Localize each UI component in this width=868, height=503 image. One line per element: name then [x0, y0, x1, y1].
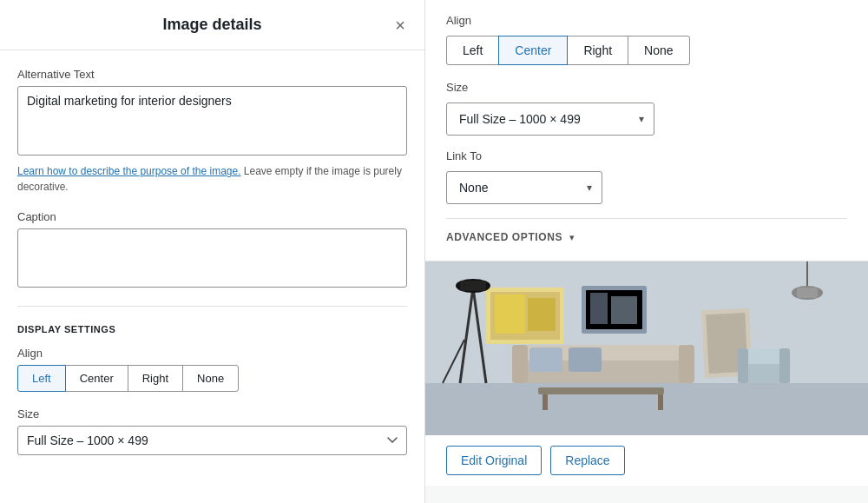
divider: [446, 218, 847, 219]
left-content: Alternative Text Digital marketing for i…: [0, 50, 424, 503]
svg-rect-5: [528, 298, 556, 331]
left-align-buttons: Left Center Right None: [17, 365, 407, 392]
right-size-select[interactable]: Full Size – 1000 × 499 Large Medium Thum…: [446, 103, 654, 136]
svg-rect-8: [590, 293, 608, 324]
svg-rect-24: [542, 394, 548, 410]
edit-original-button[interactable]: Edit Original: [446, 446, 542, 475]
modal-title: Image details: [162, 16, 261, 34]
advanced-chevron-icon: ▾: [569, 232, 575, 243]
alt-text-label: Alternative Text: [17, 68, 407, 81]
right-align-left-button[interactable]: Left: [446, 36, 499, 65]
advanced-options-row[interactable]: ADVANCED OPTIONS ▾: [446, 231, 847, 247]
svg-rect-28: [738, 348, 748, 383]
align-center-button[interactable]: Center: [65, 365, 128, 392]
right-panel: Align Left Center Right None Size Full S…: [425, 0, 868, 503]
alt-text-helper: Learn how to describe the purpose of the…: [17, 163, 407, 195]
left-size-wrapper: Full Size – 1000 × 499 Large Medium Thum…: [17, 426, 407, 455]
align-left-button[interactable]: Left: [17, 365, 66, 392]
right-size-label: Size: [446, 81, 847, 94]
right-align-label: Align: [446, 14, 847, 27]
caption-group: Caption: [17, 210, 407, 290]
right-top-section: Align Left Center Right None Size Full S…: [425, 0, 868, 261]
advanced-options-label: ADVANCED OPTIONS: [446, 231, 562, 243]
svg-rect-19: [512, 345, 528, 383]
svg-rect-20: [679, 345, 694, 383]
room-image: [425, 261, 868, 435]
replace-button[interactable]: Replace: [550, 446, 624, 475]
display-settings-section: DISPLAY SETTINGS Align Left Center Right…: [17, 306, 407, 455]
svg-rect-29: [779, 348, 790, 383]
left-align-group: Align Left Center Right None: [17, 347, 407, 392]
display-settings-heading: DISPLAY SETTINGS: [17, 324, 407, 334]
svg-rect-4: [495, 295, 525, 334]
svg-rect-9: [611, 296, 637, 324]
right-size-group: Size Full Size – 1000 × 499 Large Medium…: [446, 81, 847, 136]
image-preview-section: Edit Original Replace: [425, 261, 868, 486]
svg-rect-22: [569, 347, 602, 372]
room-svg: [425, 261, 868, 435]
alt-text-input[interactable]: Digital marketing for interior designers: [17, 86, 407, 156]
link-to-select[interactable]: None Media File Attachment Page Custom U…: [446, 171, 602, 204]
link-to-label: Link To: [446, 149, 847, 162]
left-size-group: Size Full Size – 1000 × 499 Large Medium…: [17, 407, 407, 455]
right-align-right-button[interactable]: Right: [567, 36, 628, 65]
right-size-wrapper: Full Size – 1000 × 499 Large Medium Thum…: [446, 103, 654, 136]
left-size-label: Size: [17, 407, 407, 420]
right-link-wrapper: None Media File Attachment Page Custom U…: [446, 171, 602, 204]
caption-input[interactable]: [17, 228, 407, 288]
right-align-center-button[interactable]: Center: [498, 36, 568, 65]
close-button[interactable]: ×: [391, 13, 409, 37]
helper-link[interactable]: Learn how to describe the purpose of the…: [17, 165, 241, 177]
modal-header: Image details ×: [0, 0, 424, 50]
align-none-button[interactable]: None: [182, 365, 239, 392]
alt-text-group: Alternative Text Digital marketing for i…: [17, 68, 407, 195]
left-align-label: Align: [17, 347, 407, 360]
svg-rect-21: [529, 347, 562, 372]
right-align-buttons: Left Center Right None: [446, 36, 847, 65]
caption-label: Caption: [17, 210, 407, 223]
link-to-group: Link To None Media File Attachment Page …: [446, 149, 847, 204]
right-align-none-button[interactable]: None: [628, 36, 689, 65]
svg-rect-23: [538, 387, 664, 394]
left-size-select[interactable]: Full Size – 1000 × 499 Large Medium Thum…: [17, 426, 407, 455]
right-align-group: Align Left Center Right None: [446, 14, 847, 65]
svg-rect-25: [658, 394, 663, 410]
image-details-panel: Image details × Alternative Text Digital…: [0, 0, 425, 503]
align-right-button[interactable]: Right: [128, 365, 183, 392]
svg-rect-16: [460, 281, 486, 291]
bottom-actions: Edit Original Replace: [425, 435, 868, 486]
svg-rect-32: [797, 288, 818, 298]
